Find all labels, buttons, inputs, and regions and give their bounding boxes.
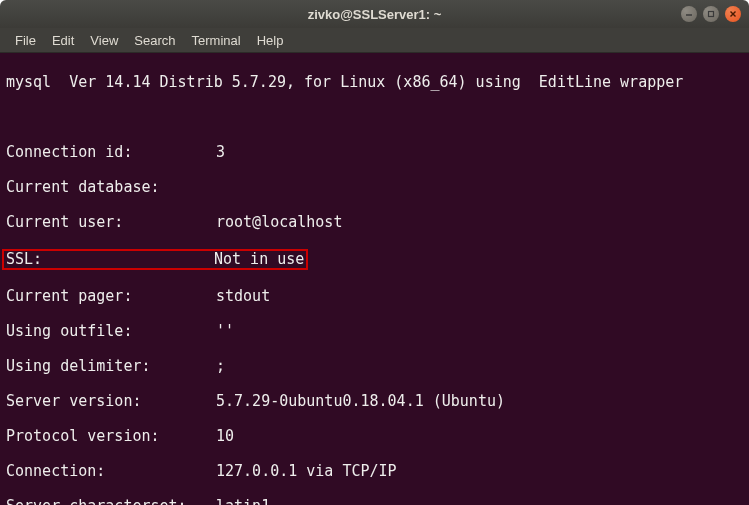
field-connection-id: Connection id:3 [6, 144, 743, 162]
maximize-icon [707, 10, 715, 18]
title-bar: zivko@SSLServer1: ~ [0, 0, 749, 28]
field-connection: Connection:127.0.0.1 via TCP/IP [6, 463, 743, 481]
svg-rect-1 [709, 12, 714, 17]
mysql-version-line: mysql Ver 14.14 Distrib 5.7.29, for Linu… [6, 74, 743, 92]
field-current-pager: Current pager:stdout [6, 288, 743, 306]
menu-search[interactable]: Search [127, 30, 182, 51]
terminal-output[interactable]: mysql Ver 14.14 Distrib 5.7.29, for Linu… [0, 53, 749, 505]
menu-terminal[interactable]: Terminal [185, 30, 248, 51]
menu-view[interactable]: View [83, 30, 125, 51]
menu-bar: File Edit View Search Terminal Help [0, 28, 749, 53]
minimize-button[interactable] [681, 6, 697, 22]
field-ssl-highlighted: SSL:Not in use [6, 249, 743, 271]
window-title: zivko@SSLServer1: ~ [308, 7, 442, 22]
close-button[interactable] [725, 6, 741, 22]
maximize-button[interactable] [703, 6, 719, 22]
minimize-icon [685, 10, 693, 18]
menu-edit[interactable]: Edit [45, 30, 81, 51]
field-server-characterset: Server characterset:latin1 [6, 498, 743, 506]
field-protocol-version: Protocol version:10 [6, 428, 743, 446]
field-server-version: Server version:5.7.29-0ubuntu0.18.04.1 (… [6, 393, 743, 411]
field-using-outfile: Using outfile:'' [6, 323, 743, 341]
menu-file[interactable]: File [8, 30, 43, 51]
window-controls [681, 6, 741, 22]
field-using-delimiter: Using delimiter:; [6, 358, 743, 376]
ssl-highlight-box: SSL:Not in use [2, 249, 308, 271]
close-icon [729, 10, 737, 18]
blank-line [6, 109, 743, 127]
menu-help[interactable]: Help [250, 30, 291, 51]
field-current-database: Current database: [6, 179, 743, 197]
field-current-user: Current user:root@localhost [6, 214, 743, 232]
